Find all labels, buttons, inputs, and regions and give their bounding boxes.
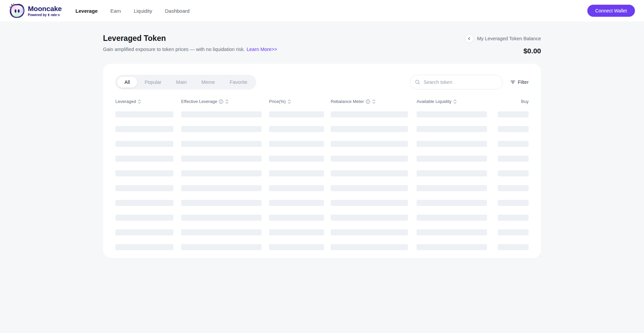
- skeleton-cell: [115, 244, 181, 250]
- col-label: Rebalance Meter: [331, 99, 364, 104]
- skeleton-bar: [269, 156, 324, 162]
- sort-icon: [372, 99, 376, 104]
- chevron-left-icon: [467, 36, 472, 41]
- col-label: Buy: [521, 99, 529, 104]
- filter-lines-icon: [510, 80, 516, 85]
- page-title: Leveraged Token: [103, 34, 277, 43]
- skeleton-cell: [269, 111, 331, 117]
- skeleton-cell: [498, 244, 529, 250]
- skeleton-cell: [417, 156, 498, 162]
- skeleton-cell: [181, 244, 269, 250]
- skeleton-bar: [269, 141, 324, 147]
- nav-item-dashboard[interactable]: Dashboard: [165, 8, 190, 14]
- filter-label: Filter: [518, 79, 529, 85]
- skeleton-bar: [417, 244, 487, 250]
- skeleton-cell: [331, 156, 417, 162]
- skeleton-bar: [331, 215, 408, 221]
- table-row-skeleton: [115, 111, 529, 117]
- tab-all[interactable]: All: [117, 77, 137, 88]
- skeleton-bar: [181, 200, 262, 206]
- skeleton-cell: [417, 185, 498, 191]
- col-header-leveraged[interactable]: Leveraged: [115, 99, 181, 104]
- page-header: Leveraged Token Gain amplified exposure …: [103, 34, 541, 55]
- skeleton-bar: [331, 126, 408, 132]
- col-header-available-liquidity[interactable]: Available Liquidity: [417, 99, 498, 104]
- skeleton-bar: [498, 215, 529, 221]
- balance-panel: My Leveraged Token Balance $0.00: [465, 34, 541, 55]
- skeleton-bar: [115, 229, 173, 235]
- skeleton-bar: [269, 244, 324, 250]
- skeleton-bar: [417, 126, 487, 132]
- table-row-skeleton: [115, 229, 529, 235]
- brand-name: Mooncake: [28, 5, 62, 12]
- skeleton-bar: [417, 229, 487, 235]
- skeleton-bar: [331, 141, 408, 147]
- learn-more-link[interactable]: Learn More>>: [247, 47, 277, 52]
- skeleton-cell: [269, 141, 331, 147]
- col-header-effective-leverage[interactable]: Effective Leverage: [181, 99, 269, 104]
- skeleton-cell: [331, 126, 417, 132]
- col-header-price[interactable]: Price(%): [269, 99, 331, 104]
- skeleton-bar: [498, 229, 529, 235]
- skeleton-cell: [498, 229, 529, 235]
- filter-button[interactable]: Filter: [510, 79, 529, 85]
- skeleton-bar: [331, 170, 408, 176]
- skeleton-cell: [115, 229, 181, 235]
- balance-back-button[interactable]: [465, 34, 474, 43]
- skeleton-bar: [181, 215, 262, 221]
- skeleton-bar: [269, 170, 324, 176]
- search-input[interactable]: [410, 75, 503, 90]
- skeleton-bar: [269, 215, 324, 221]
- balance-value: $0.00: [523, 47, 541, 55]
- info-icon[interactable]: [366, 99, 370, 104]
- col-header-rebalance-meter[interactable]: Rebalance Meter: [331, 99, 417, 104]
- category-tabs: All Popular Main Meme Favorite: [115, 75, 256, 90]
- token-search: [410, 75, 503, 90]
- skeleton-cell: [181, 215, 269, 221]
- skeleton-bar: [269, 229, 324, 235]
- table-body: [115, 111, 529, 250]
- sort-icon: [138, 99, 141, 104]
- skeleton-cell: [269, 215, 331, 221]
- skeleton-cell: [498, 200, 529, 206]
- main-content: Leveraged Token Gain amplified exposure …: [0, 21, 644, 258]
- skeleton-bar: [269, 126, 324, 132]
- nav-item-liquidity[interactable]: Liquidity: [134, 8, 152, 14]
- skeleton-bar: [115, 111, 173, 117]
- skeleton-cell: [331, 215, 417, 221]
- subtitle-text: Gain amplified exposure to token prices …: [103, 47, 245, 52]
- tab-main[interactable]: Main: [169, 77, 194, 88]
- skeleton-cell: [269, 229, 331, 235]
- brand-logo[interactable]: Mooncake Powered by rate·x: [9, 3, 62, 19]
- info-icon[interactable]: [219, 99, 223, 104]
- skeleton-cell: [115, 126, 181, 132]
- skeleton-bar: [181, 126, 262, 132]
- balance-label: My Leveraged Token Balance: [477, 36, 541, 41]
- col-label: Leveraged: [115, 99, 136, 104]
- nav-item-earn[interactable]: Earn: [110, 8, 121, 14]
- skeleton-bar: [498, 200, 529, 206]
- table-row-skeleton: [115, 141, 529, 147]
- skeleton-bar: [115, 141, 173, 147]
- skeleton-bar: [181, 141, 262, 147]
- skeleton-cell: [498, 215, 529, 221]
- skeleton-cell: [181, 111, 269, 117]
- connect-wallet-button[interactable]: Connect Wallet: [587, 5, 635, 17]
- skeleton-bar: [417, 170, 487, 176]
- skeleton-cell: [498, 156, 529, 162]
- skeleton-cell: [331, 111, 417, 117]
- skeleton-cell: [331, 141, 417, 147]
- skeleton-cell: [181, 170, 269, 176]
- tab-meme[interactable]: Meme: [194, 77, 222, 88]
- skeleton-cell: [417, 229, 498, 235]
- tab-popular[interactable]: Popular: [137, 77, 169, 88]
- nav-item-leverage[interactable]: Leverage: [75, 8, 98, 14]
- skeleton-cell: [331, 200, 417, 206]
- brand-tagline: Powered by rate·x: [28, 13, 62, 17]
- skeleton-cell: [181, 200, 269, 206]
- table-row-skeleton: [115, 170, 529, 176]
- skeleton-bar: [115, 200, 173, 206]
- tab-favorite[interactable]: Favorite: [222, 77, 255, 88]
- skeleton-bar: [331, 244, 408, 250]
- skeleton-cell: [331, 244, 417, 250]
